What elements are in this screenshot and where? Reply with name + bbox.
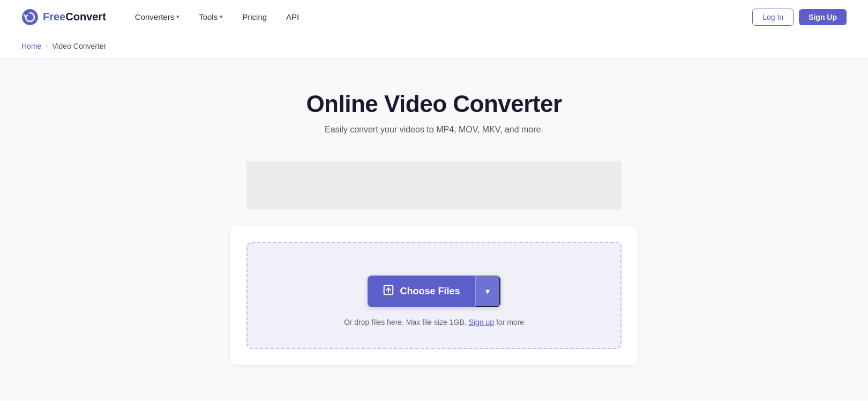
nav-api[interactable]: API <box>279 8 306 26</box>
choose-files-button[interactable]: Choose Files <box>368 276 475 307</box>
dropdown-chevron-icon: ▾ <box>485 286 490 296</box>
signup-button[interactable]: Sign Up <box>799 9 847 25</box>
choose-files-button-group: Choose Files ▾ <box>368 276 500 307</box>
nav-links: Converters ▾ Tools ▾ Pricing API <box>128 8 752 26</box>
login-button[interactable]: Log In <box>752 9 794 26</box>
hero-section: Online Video Converter Easily convert yo… <box>0 58 868 151</box>
nav-pricing[interactable]: Pricing <box>235 8 274 26</box>
hero-subtitle: Easily convert your videos to MP4, MOV, … <box>11 125 857 135</box>
logo[interactable]: FreeConvert <box>21 9 106 26</box>
upload-dropzone[interactable]: Choose Files ▾ Or drop files here. Max f… <box>246 242 622 349</box>
breadcrumb: Home › Video Converter <box>0 34 868 58</box>
logo-icon <box>21 9 39 26</box>
ad-banner <box>246 161 622 210</box>
upload-card: Choose Files ▾ Or drop files here. Max f… <box>230 226 638 365</box>
breadcrumb-home-link[interactable]: Home <box>21 42 41 50</box>
nav-actions: Log In Sign Up <box>752 9 847 26</box>
breadcrumb-separator: › <box>46 42 48 50</box>
page-title: Online Video Converter <box>11 91 857 117</box>
breadcrumb-current: Video Converter <box>52 42 106 50</box>
signup-link[interactable]: Sign up <box>469 318 494 326</box>
upload-icon <box>383 284 394 299</box>
logo-text: FreeConvert <box>43 11 106 23</box>
drop-hint: Or drop files here. Max file size 1GB. S… <box>344 318 524 326</box>
converters-chevron-icon: ▾ <box>176 13 179 20</box>
nav-converters[interactable]: Converters ▾ <box>128 8 187 26</box>
nav-tools[interactable]: Tools ▾ <box>191 8 230 26</box>
main-content: Online Video Converter Easily convert yo… <box>0 58 868 400</box>
choose-files-dropdown-button[interactable]: ▾ <box>475 276 500 307</box>
tools-chevron-icon: ▾ <box>220 13 223 20</box>
navbar: FreeConvert Converters ▾ Tools ▾ Pricing… <box>0 0 868 34</box>
svg-point-0 <box>22 9 38 25</box>
